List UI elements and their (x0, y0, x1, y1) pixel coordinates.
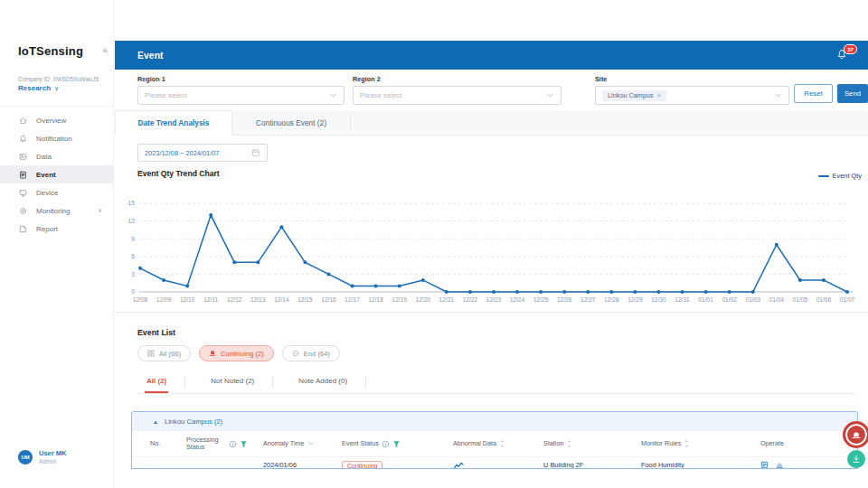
cell-monitor-rules: Food Humidity (641, 461, 753, 469)
column-label: Operate (760, 440, 784, 447)
tab-date-trend-analysis[interactable]: Date Trend Analysis (115, 110, 232, 136)
chart-title: Event Qty Trend Chart (137, 169, 220, 178)
download-float-button[interactable] (847, 450, 865, 468)
tab-continuous-event[interactable]: Continuous Event (2) (232, 110, 350, 135)
sidebar-item-monitoring[interactable]: Monitoring∨ (0, 202, 113, 220)
chip-continuing[interactable]: Continuing (2) (199, 345, 274, 361)
chart-legend[interactable]: Event Qty (818, 172, 862, 180)
svg-text:12/30: 12/30 (651, 296, 666, 303)
chip-close-icon[interactable]: × (657, 92, 661, 99)
svg-text:12/25: 12/25 (533, 296, 549, 303)
collapse-caret-icon: ▲ (153, 419, 158, 425)
tab-divider (184, 377, 185, 388)
status-filter-chips: All (66)Continuing (2)End (64) (137, 345, 340, 361)
sidebar-item-label: Event (36, 171, 56, 179)
group-label: Linkou Campus (2) (165, 418, 222, 426)
svg-text:12/10: 12/10 (180, 296, 195, 303)
svg-text:01/04: 01/04 (769, 296, 785, 303)
info-icon (382, 440, 390, 448)
region1-select[interactable]: Please select (137, 86, 344, 105)
sidebar-item-data[interactable]: Data (0, 147, 113, 165)
tab-divider (272, 377, 273, 388)
tab-divider (350, 117, 351, 128)
svg-text:3: 3 (131, 271, 135, 277)
legend-line-icon (818, 175, 829, 177)
table-row[interactable]: 2024/01/06 Continuing U Building 2F Food… (132, 457, 857, 469)
date-range-picker[interactable]: 2023/12/08 ~ 2024/01/07 (137, 144, 268, 162)
svg-text:01/06: 01/06 (816, 296, 832, 303)
sidebar-item-notification[interactable]: Notification (0, 129, 113, 147)
cell-operate (753, 461, 855, 469)
chip-all[interactable]: All (66) (137, 345, 191, 361)
sidebar-item-overview[interactable]: Overview (0, 111, 113, 129)
svg-text:15: 15 (127, 200, 135, 206)
column-label: Anomaly Time (263, 440, 305, 447)
note-tab-note-added[interactable]: Note Added (0) (297, 371, 349, 393)
svg-text:01/02: 01/02 (722, 296, 737, 303)
column-header-station: Station (534, 439, 641, 448)
chevron-down-icon (546, 91, 554, 99)
svg-text:12/26: 12/26 (557, 296, 572, 303)
section-divider (115, 312, 868, 313)
note-tab-all[interactable]: All (2) (145, 371, 168, 393)
sort-icon[interactable] (684, 439, 690, 448)
svg-text:01/01: 01/01 (698, 296, 713, 303)
site-select[interactable]: Linkou Campus × (595, 86, 789, 105)
svg-text:12/28: 12/28 (604, 296, 619, 303)
svg-text:12/19: 12/19 (392, 296, 407, 303)
notification-bell-button[interactable]: 37 (835, 48, 850, 62)
column-header-event-status: Event Status (342, 440, 453, 448)
notification-badge: 37 (844, 44, 857, 54)
user-name: User MK (39, 449, 66, 458)
svg-text:12/20: 12/20 (416, 296, 431, 303)
cell-station: U Building 2F (534, 461, 641, 469)
sidebar-item-event[interactable]: Event (0, 165, 113, 183)
column-label: Station (543, 440, 563, 447)
sidebar-collapse-icon[interactable]: « (102, 45, 108, 55)
reset-button[interactable]: Reset (794, 84, 833, 103)
report-icon (18, 224, 28, 234)
sidebar-divider (0, 106, 113, 107)
region2-select[interactable]: Please select (353, 86, 561, 105)
sidebar-item-report[interactable]: Report (0, 220, 113, 238)
column-header-processing-status: Processing Status (186, 436, 263, 452)
app-logo: IoTSensing (18, 44, 83, 58)
svg-text:12/18: 12/18 (368, 296, 383, 303)
svg-text:12/29: 12/29 (627, 296, 643, 303)
cell-abnormal-data[interactable] (453, 461, 534, 469)
chip-label: End (64) (304, 350, 330, 358)
filter-bar: Region 1 Please select Region 2 Please s… (115, 70, 868, 110)
org-selector[interactable]: Research∨ (18, 84, 59, 92)
sidebar-item-label: Report (36, 225, 58, 233)
svg-text:12/15: 12/15 (297, 296, 313, 303)
column-label: Abnormal Data (453, 440, 496, 447)
user-block[interactable]: UM User MK Admin (18, 449, 66, 466)
chevron-down-icon (774, 91, 782, 99)
note-tab-not-noted[interactable]: Not Noted (2) (209, 371, 256, 393)
funnel-icon[interactable] (240, 440, 248, 448)
column-header-no.: No. (132, 440, 186, 447)
alarm-float-button[interactable] (843, 421, 868, 448)
column-header-operate: Operate (753, 440, 855, 447)
svg-text:12/16: 12/16 (321, 296, 336, 303)
cell-anomaly-time: 2024/01/06 (263, 461, 342, 469)
chevron-down-icon: ∨ (98, 207, 102, 214)
sort-icon[interactable] (566, 439, 572, 448)
funnel-icon[interactable] (392, 440, 401, 448)
svg-text:12/24: 12/24 (510, 296, 525, 303)
chevron-down-icon: ∨ (54, 85, 59, 91)
home-icon (18, 116, 28, 126)
download-icon (852, 455, 861, 464)
send-button[interactable]: Send (837, 84, 868, 103)
sort-icon[interactable] (499, 439, 505, 448)
bell-icon (18, 134, 28, 144)
chip-end[interactable]: End (64) (282, 345, 340, 361)
sidebar-item-device[interactable]: Device (0, 183, 113, 202)
table-group-row[interactable]: ▲ Linkou Campus (2) (132, 412, 857, 431)
chip-label: All (66) (159, 350, 181, 358)
svg-text:12/31: 12/31 (675, 296, 690, 303)
svg-text:12/14: 12/14 (274, 296, 289, 303)
note-icon[interactable] (760, 461, 769, 469)
sidebar-item-label: Data (36, 153, 52, 161)
chart-icon[interactable] (776, 461, 784, 469)
